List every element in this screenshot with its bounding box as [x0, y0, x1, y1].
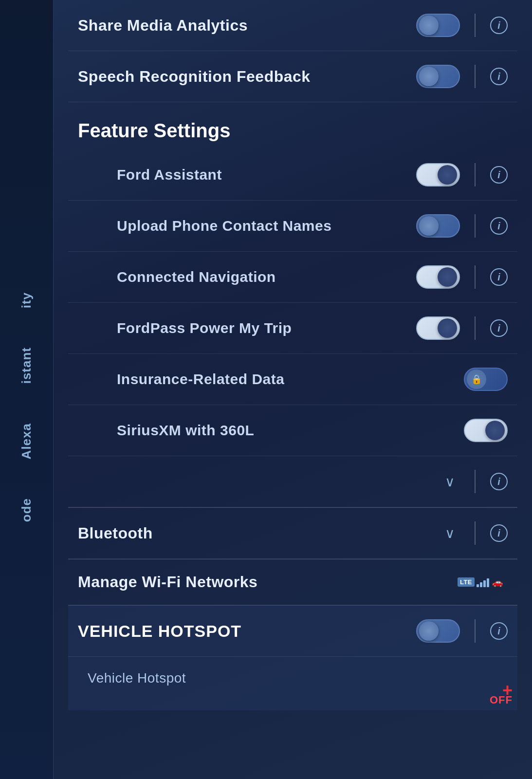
vehicle-hotspot-sub-row: Vehicle Hotspot + OFF	[68, 657, 517, 710]
lte-badge: LTE	[458, 577, 475, 587]
siriusxm-label: SiriusXM with 360L	[97, 422, 464, 439]
divider	[475, 65, 476, 88]
speech-recognition-toggle[interactable]	[416, 65, 460, 88]
connected-navigation-knob	[438, 267, 457, 287]
signal-bar-2	[480, 582, 482, 587]
fordpass-power-trip-label: FordPass Power My Trip	[97, 320, 416, 336]
ford-assistant-knob	[438, 165, 457, 185]
upload-phone-contacts-info-icon[interactable]: i	[490, 217, 508, 235]
feature-settings-header-row: Feature Settings	[68, 102, 517, 149]
main-content: Share Media Analytics i Speech Recogniti…	[54, 0, 532, 710]
siriusxm-expand-area: ∨ i	[445, 470, 508, 493]
share-media-analytics-label: Share Media Analytics	[78, 17, 416, 35]
speech-recognition-info-icon[interactable]: i	[490, 68, 508, 85]
bluetooth-info-icon[interactable]: i	[490, 524, 508, 542]
sidebar-label-3: Alexa	[19, 423, 34, 459]
upload-phone-contacts-toggle[interactable]	[416, 214, 460, 238]
vehicle-hotspot-sub-label: Vehicle Hotspot	[78, 670, 508, 686]
sidebar-label-1: ity	[19, 292, 34, 308]
ford-assistant-toggle[interactable]	[416, 163, 460, 186]
speech-recognition-toggle-area: i	[416, 65, 508, 88]
upload-phone-contacts-label: Upload Phone Contact Names	[97, 218, 416, 234]
fordpass-power-trip-row: FordPass Power My Trip i	[68, 303, 517, 354]
insurance-data-row: Insurance-Related Data 🔒	[68, 354, 517, 405]
share-media-analytics-toggle-area: i	[416, 14, 508, 37]
siriusxm-toggle[interactable]	[464, 419, 508, 442]
divider	[475, 619, 476, 643]
signal-bars	[477, 577, 489, 587]
vehicle-hotspot-knob	[419, 621, 439, 641]
ford-assistant-toggle-area: i	[416, 163, 508, 186]
sidebar: ity istant Alexa ode	[0, 0, 54, 779]
insurance-data-toggle[interactable]: 🔒	[464, 368, 508, 391]
fordpass-power-trip-toggle[interactable]	[416, 316, 460, 340]
manage-wifi-row: Manage Wi-Fi Networks LTE 🚗	[68, 559, 517, 605]
sidebar-label-2: istant	[19, 347, 34, 384]
vehicle-hotspot-info-icon[interactable]: i	[490, 622, 508, 640]
connected-navigation-label: Connected Navigation	[97, 269, 416, 285]
speech-recognition-knob	[419, 67, 439, 86]
lte-area: LTE 🚗	[458, 577, 503, 588]
connected-navigation-toggle-area: i	[416, 265, 508, 289]
siriusxm-toggle-area	[464, 419, 508, 442]
insurance-data-label: Insurance-Related Data	[97, 371, 464, 388]
siriusxm-chevron-icon[interactable]: ∨	[445, 474, 455, 490]
upload-phone-contacts-knob	[419, 216, 439, 236]
settings-screen: ity istant Alexa ode Share Media Analyti…	[0, 0, 532, 779]
siriusxm-row: SiriusXM with 360L	[68, 405, 517, 456]
insurance-data-knob: 🔒	[467, 370, 486, 389]
siriusxm-info-icon[interactable]: i	[490, 473, 508, 490]
speech-recognition-label: Speech Recognition Feedback	[78, 68, 416, 86]
connected-navigation-toggle[interactable]	[416, 265, 460, 289]
divider	[475, 265, 476, 289]
manage-wifi-label: Manage Wi-Fi Networks	[78, 573, 458, 591]
siriusxm-expand-row: ∨ i	[68, 456, 517, 507]
divider	[475, 214, 476, 238]
ford-assistant-label: Ford Assistant	[97, 167, 416, 183]
siriusxm-knob	[485, 421, 505, 440]
bluetooth-row: Bluetooth ∨ i	[68, 507, 517, 559]
lock-icon: 🔒	[471, 374, 482, 385]
signal-bar-3	[483, 580, 486, 587]
ford-assistant-row: Ford Assistant i	[68, 149, 517, 201]
vehicle-hotspot-toggle[interactable]	[416, 619, 460, 643]
upload-phone-contacts-row: Upload Phone Contact Names i	[68, 201, 517, 252]
fordpass-power-trip-toggle-area: i	[416, 316, 508, 340]
insurance-data-toggle-area: 🔒	[464, 368, 508, 391]
connected-navigation-row: Connected Navigation i	[68, 252, 517, 303]
divider	[475, 316, 476, 340]
divider	[475, 470, 476, 493]
vehicle-hotspot-header-toggle-area: i	[416, 619, 508, 643]
signal-bar-1	[477, 584, 479, 587]
divider	[475, 163, 476, 186]
sidebar-label-4: ode	[19, 498, 34, 522]
share-media-analytics-info-icon[interactable]: i	[490, 17, 508, 34]
share-media-analytics-knob	[419, 16, 439, 35]
bluetooth-toggle-area: ∨ i	[445, 521, 508, 545]
vehicle-hotspot-header-row: VEHICLE HOTSPOT i	[68, 606, 517, 657]
share-media-analytics-row: Share Media Analytics i	[68, 0, 517, 51]
divider	[475, 14, 476, 37]
feature-settings-header: Feature Settings	[78, 120, 230, 141]
bluetooth-label: Bluetooth	[78, 524, 445, 542]
divider	[475, 521, 476, 545]
upload-phone-contacts-toggle-area: i	[416, 214, 508, 238]
speech-recognition-row: Speech Recognition Feedback i	[68, 51, 517, 102]
share-media-analytics-toggle[interactable]	[416, 14, 460, 37]
ford-assistant-info-icon[interactable]: i	[490, 166, 508, 184]
connected-navigation-info-icon[interactable]: i	[490, 268, 508, 286]
fordpass-power-trip-info-icon[interactable]: i	[490, 319, 508, 337]
bluetooth-chevron-icon[interactable]: ∨	[445, 525, 455, 541]
vehicle-hotspot-section: VEHICLE HOTSPOT i Vehicle Hotspot + OF	[68, 605, 517, 710]
vehicle-hotspot-header-label: VEHICLE HOTSPOT	[78, 622, 416, 641]
off-badge: OFF	[490, 694, 513, 706]
fordpass-power-trip-knob	[438, 318, 457, 338]
signal-bar-4	[487, 578, 489, 587]
car-icon: 🚗	[492, 577, 503, 588]
manage-wifi-toggle-area: LTE 🚗	[458, 577, 508, 588]
